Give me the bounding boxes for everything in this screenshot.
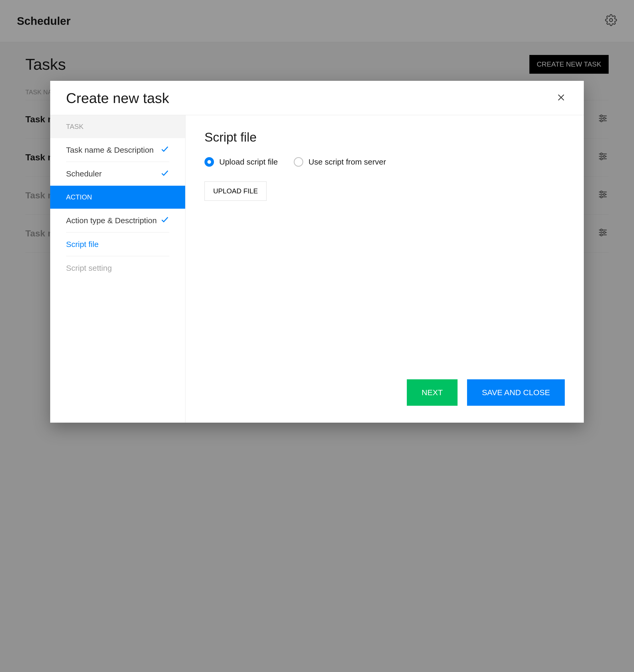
wizard-step-label: Scheduler bbox=[66, 169, 102, 178]
wizard-group-action: Action type & Desctription Script file S… bbox=[50, 209, 185, 280]
close-button[interactable] bbox=[554, 91, 568, 105]
panel-footer: NEXT SAVE AND CLOSE bbox=[205, 379, 565, 408]
script-file-panel: Script file Upload script file Use scrip… bbox=[185, 115, 584, 423]
modal-overlay[interactable]: Create new task TASK Task name & Descrip… bbox=[0, 0, 634, 672]
wizard-step-task-name[interactable]: Task name & Description bbox=[66, 138, 169, 162]
wizard-step-action-type[interactable]: Action type & Desctription bbox=[66, 209, 169, 233]
check-icon bbox=[160, 144, 169, 155]
wizard-section-action: ACTION bbox=[50, 186, 185, 209]
close-icon bbox=[556, 93, 566, 102]
radio-icon bbox=[294, 157, 303, 167]
wizard-step-script-file[interactable]: Script file bbox=[66, 233, 169, 256]
modal-header: Create new task bbox=[50, 81, 584, 115]
create-task-modal: Create new task TASK Task name & Descrip… bbox=[50, 81, 584, 423]
radio-icon bbox=[205, 157, 214, 167]
wizard-group-task: Task name & Description Scheduler bbox=[50, 138, 185, 186]
check-icon bbox=[160, 169, 169, 179]
radio-label: Use script from server bbox=[308, 158, 386, 166]
radio-server-script[interactable]: Use script from server bbox=[294, 157, 386, 167]
wizard-step-script-setting[interactable]: Script setting bbox=[66, 256, 169, 280]
wizard-step-label: Task name & Description bbox=[66, 146, 154, 154]
wizard-step-label: Script file bbox=[66, 240, 98, 249]
radio-upload-script[interactable]: Upload script file bbox=[205, 157, 278, 167]
check-icon bbox=[160, 215, 169, 226]
modal-title: Create new task bbox=[66, 90, 169, 106]
next-button[interactable]: NEXT bbox=[407, 379, 457, 406]
wizard-nav: TASK Task name & Description Scheduler A… bbox=[50, 115, 185, 423]
upload-file-button[interactable]: UPLOAD FILE bbox=[205, 182, 266, 201]
panel-title: Script file bbox=[205, 130, 565, 144]
save-and-close-button[interactable]: SAVE AND CLOSE bbox=[467, 379, 565, 406]
wizard-step-label: Script setting bbox=[66, 264, 112, 272]
wizard-step-label: Action type & Desctription bbox=[66, 216, 157, 225]
modal-body: TASK Task name & Description Scheduler A… bbox=[50, 115, 584, 423]
script-source-radio-group: Upload script file Use script from serve… bbox=[205, 157, 565, 167]
wizard-step-scheduler[interactable]: Scheduler bbox=[66, 162, 169, 186]
wizard-section-task: TASK bbox=[50, 115, 185, 138]
radio-label: Upload script file bbox=[219, 158, 278, 166]
